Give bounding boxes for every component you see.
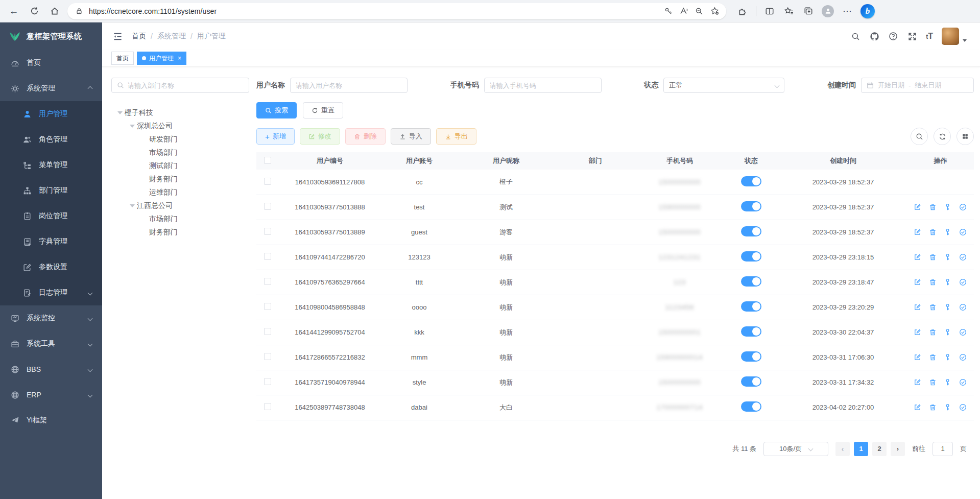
- status-toggle[interactable]: [741, 401, 761, 412]
- delete-icon[interactable]: [929, 353, 937, 362]
- address-bar[interactable]: https://ccnetcore.com:1101/system/user: [67, 3, 726, 19]
- font-size-icon[interactable]: tT: [926, 32, 933, 41]
- edit-icon[interactable]: [914, 378, 922, 387]
- edit-icon[interactable]: [914, 253, 922, 262]
- assign-role-check-icon[interactable]: [959, 203, 967, 211]
- assign-role-check-icon[interactable]: [959, 353, 967, 362]
- show-search-button[interactable]: [911, 128, 928, 145]
- search-icon[interactable]: [850, 31, 861, 41]
- extensions-icon[interactable]: [736, 5, 749, 17]
- sidebar-item-home[interactable]: 首页: [0, 50, 102, 76]
- sidebar-item-system-monitor[interactable]: 系统监控: [0, 305, 102, 331]
- reset-password-key-icon[interactable]: [944, 278, 952, 287]
- edit-icon[interactable]: [914, 403, 922, 412]
- status-select[interactable]: 正常: [663, 78, 784, 93]
- more-menu-icon[interactable]: ⋯: [841, 5, 853, 17]
- page-button-1[interactable]: 1: [854, 442, 868, 456]
- fullscreen-icon[interactable]: [907, 31, 917, 41]
- phone-input[interactable]: [484, 78, 602, 93]
- github-icon[interactable]: [869, 31, 879, 41]
- status-toggle[interactable]: [741, 201, 761, 211]
- avatar-caret-icon[interactable]: [963, 39, 967, 42]
- delete-icon[interactable]: [929, 378, 937, 387]
- tab-close-icon[interactable]: ×: [178, 55, 181, 62]
- help-icon[interactable]: [888, 31, 898, 41]
- row-checkbox[interactable]: [264, 353, 271, 360]
- assign-role-check-icon[interactable]: [959, 403, 967, 412]
- export-button[interactable]: 导出: [436, 128, 476, 145]
- delete-icon[interactable]: [929, 328, 937, 337]
- row-checkbox[interactable]: [264, 303, 271, 310]
- status-toggle[interactable]: [741, 301, 761, 312]
- row-checkbox[interactable]: [264, 203, 271, 210]
- status-toggle[interactable]: [741, 226, 761, 236]
- zoom-out-icon[interactable]: [694, 6, 705, 17]
- favorites-bar-icon[interactable]: [783, 5, 795, 17]
- delete-button[interactable]: 删除: [345, 128, 386, 145]
- edit-icon[interactable]: [914, 278, 922, 287]
- edit-icon[interactable]: [914, 328, 922, 337]
- reset-password-key-icon[interactable]: [944, 303, 952, 312]
- tree-node[interactable]: 运维部门: [111, 186, 249, 199]
- edit-icon[interactable]: [914, 303, 922, 312]
- status-toggle[interactable]: [741, 351, 761, 362]
- status-toggle[interactable]: [741, 176, 761, 186]
- tree-node[interactable]: 江西总公司: [111, 199, 249, 212]
- assign-role-check-icon[interactable]: [959, 253, 967, 262]
- sidebar-item-user-management[interactable]: 用户管理: [0, 101, 102, 127]
- reset-password-key-icon[interactable]: [944, 378, 952, 387]
- split-screen-icon[interactable]: [763, 5, 776, 17]
- refresh-table-button[interactable]: [934, 128, 951, 145]
- user-avatar[interactable]: [942, 28, 959, 45]
- edit-icon[interactable]: [914, 203, 922, 211]
- tree-node[interactable]: 橙子科技: [111, 106, 249, 120]
- reset-button[interactable]: 重置: [303, 102, 343, 118]
- row-checkbox[interactable]: [264, 253, 271, 260]
- status-toggle[interactable]: [741, 251, 761, 262]
- reset-password-key-icon[interactable]: [944, 203, 952, 211]
- read-aloud-icon[interactable]: [678, 6, 689, 17]
- reset-password-key-icon[interactable]: [944, 228, 952, 236]
- password-key-icon[interactable]: [663, 6, 674, 17]
- username-input[interactable]: [290, 78, 408, 93]
- page-button-2[interactable]: 2: [872, 442, 887, 456]
- delete-icon[interactable]: [929, 278, 937, 287]
- assign-role-check-icon[interactable]: [959, 278, 967, 287]
- collections-icon[interactable]: [802, 5, 815, 17]
- reset-password-key-icon[interactable]: [944, 403, 952, 412]
- sidebar-item-menu-management[interactable]: 菜单管理: [0, 152, 102, 178]
- delete-icon[interactable]: [929, 253, 937, 262]
- tree-node[interactable]: 测试部门: [111, 159, 249, 173]
- row-checkbox[interactable]: [264, 228, 271, 235]
- sidebar-item-department-management[interactable]: 部门管理: [0, 178, 102, 203]
- reset-password-key-icon[interactable]: [944, 253, 952, 262]
- tree-expand-caret-icon[interactable]: [128, 204, 137, 207]
- edit-icon[interactable]: [914, 353, 922, 362]
- page-size-select[interactable]: 10条/页: [763, 442, 828, 456]
- row-checkbox[interactable]: [264, 403, 271, 410]
- sidebar-item-bbs[interactable]: BBS: [0, 357, 102, 382]
- sidebar-item-post-management[interactable]: 岗位管理: [0, 203, 102, 229]
- prev-page-button[interactable]: ‹: [835, 442, 850, 456]
- assign-role-check-icon[interactable]: [959, 228, 967, 236]
- breadcrumb-home[interactable]: 首页: [132, 32, 146, 41]
- tree-expand-caret-icon[interactable]: [115, 111, 125, 114]
- tree-node[interactable]: 研发部门: [111, 133, 249, 146]
- row-checkbox[interactable]: [264, 178, 271, 185]
- delete-icon[interactable]: [929, 303, 937, 312]
- column-settings-button[interactable]: [957, 128, 974, 145]
- sidebar-item-role-management[interactable]: 角色管理: [0, 127, 102, 152]
- sidebar-item-log-management[interactable]: 日志管理: [0, 280, 102, 305]
- search-button[interactable]: 搜索: [256, 102, 297, 118]
- tree-node[interactable]: 财务部门: [111, 173, 249, 186]
- browser-back-button[interactable]: ←: [6, 4, 21, 19]
- tree-node[interactable]: 市场部门: [111, 146, 249, 159]
- department-search-input[interactable]: [128, 78, 244, 92]
- assign-role-check-icon[interactable]: [959, 303, 967, 312]
- row-checkbox[interactable]: [264, 378, 271, 385]
- tab-user-management[interactable]: 用户管理 ×: [137, 52, 186, 65]
- copilot-icon[interactable]: b: [861, 4, 875, 18]
- sidebar-item-system-tools[interactable]: 系统工具: [0, 331, 102, 357]
- favorite-star-icon[interactable]: [709, 6, 720, 17]
- menu-fold-icon[interactable]: [112, 31, 123, 41]
